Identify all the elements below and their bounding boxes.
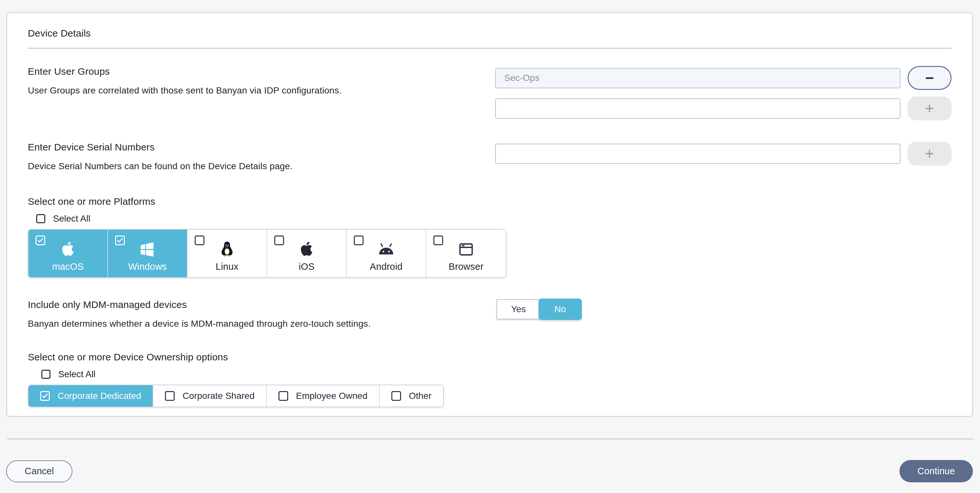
mdm-heading: Include only MDM-managed devices	[28, 299, 496, 310]
add-user-group-button[interactable]: +	[908, 96, 951, 120]
ownership-option-employee-owned[interactable]: Employee Owned	[267, 385, 380, 407]
serial-number-input[interactable]	[495, 144, 900, 164]
ownership-label: Corporate Dedicated	[57, 391, 141, 401]
user-groups-section: Enter User Groups User Groups are correl…	[28, 66, 951, 120]
user-group-row: +	[495, 96, 951, 120]
platform-label: macOS	[52, 261, 84, 272]
ownership-option-corporate-dedicated[interactable]: Corporate Dedicated	[29, 385, 153, 407]
serial-number-row: +	[495, 142, 951, 165]
browser-icon	[457, 239, 475, 258]
ownership-select-all-label: Select All	[58, 369, 95, 380]
mdm-toggle-no[interactable]: No	[539, 299, 582, 320]
mdm-description: Banyan determines whether a device is MD…	[28, 319, 496, 329]
platform-label: Windows	[128, 261, 167, 272]
platform-tile-group: macOS Windows	[28, 229, 506, 278]
platform-tile-windows[interactable]: Windows	[108, 230, 188, 277]
serial-numbers-description: Device Serial Numbers can be found on th…	[28, 161, 495, 172]
add-serial-number-button[interactable]: +	[908, 142, 951, 165]
ownership-checkbox[interactable]	[40, 391, 50, 401]
platform-tile-browser[interactable]: Browser	[426, 230, 506, 277]
platform-label: iOS	[299, 261, 315, 272]
platforms-section: Select one or more Platforms Select All …	[28, 196, 951, 278]
ownership-label: Employee Owned	[296, 391, 368, 401]
ownership-checkbox[interactable]	[391, 391, 401, 401]
platform-tile-linux[interactable]: Linux	[188, 230, 267, 277]
header-divider	[28, 48, 951, 49]
device-details-card: Device Details Enter User Groups User Gr…	[6, 12, 973, 417]
ownership-label: Other	[409, 391, 431, 401]
platforms-select-all-checkbox[interactable]	[36, 214, 45, 223]
user-groups-heading: Enter User Groups	[28, 66, 495, 77]
linux-icon	[218, 239, 236, 258]
cancel-button[interactable]: Cancel	[6, 460, 72, 482]
ownership-section: Select one or more Device Ownership opti…	[28, 351, 951, 407]
serial-numbers-section: Enter Device Serial Numbers Device Seria…	[28, 142, 951, 172]
apple-icon	[298, 239, 315, 258]
footer: Cancel Continue	[6, 460, 973, 482]
apple-icon	[59, 239, 76, 258]
platforms-heading: Select one or more Platforms	[28, 196, 951, 207]
user-groups-description: User Groups are correlated with those se…	[28, 86, 495, 96]
ownership-label: Corporate Shared	[182, 391, 255, 401]
serial-numbers-heading: Enter Device Serial Numbers	[28, 142, 495, 153]
platform-checkbox-windows[interactable]	[115, 235, 125, 245]
ownership-option-corporate-shared[interactable]: Corporate Shared	[153, 385, 267, 407]
platform-checkbox-android[interactable]	[354, 235, 364, 245]
mdm-section: Include only MDM-managed devices Banyan …	[28, 299, 951, 329]
android-icon	[376, 239, 396, 258]
mdm-toggle-yes[interactable]: Yes	[496, 299, 540, 319]
platform-label: Linux	[216, 261, 239, 272]
footer-divider	[7, 439, 973, 439]
user-group-input-1[interactable]	[495, 68, 900, 88]
platform-label: Android	[370, 261, 402, 272]
user-group-row: −	[495, 66, 951, 90]
windows-icon	[138, 239, 156, 258]
ownership-select-all[interactable]: Select All	[41, 369, 951, 380]
platform-tile-ios[interactable]: iOS	[267, 230, 347, 277]
platform-checkbox-ios[interactable]	[274, 235, 284, 245]
platform-tile-macos[interactable]: macOS	[29, 230, 108, 277]
platforms-select-all[interactable]: Select All	[36, 213, 951, 224]
ownership-checkbox[interactable]	[165, 391, 175, 401]
user-group-input-2[interactable]	[495, 99, 900, 119]
mdm-toggle: Yes No	[496, 299, 582, 319]
ownership-option-group: Corporate Dedicated Corporate Shared Emp…	[28, 385, 444, 407]
ownership-select-all-checkbox[interactable]	[41, 370, 51, 379]
platform-checkbox-browser[interactable]	[433, 235, 443, 245]
platform-checkbox-linux[interactable]	[195, 235, 204, 245]
platform-label: Browser	[449, 261, 484, 272]
platform-checkbox-macos[interactable]	[36, 235, 45, 245]
continue-button[interactable]: Continue	[899, 460, 973, 482]
remove-user-group-button[interactable]: −	[908, 66, 951, 90]
platforms-select-all-label: Select All	[53, 213, 90, 224]
ownership-checkbox[interactable]	[278, 391, 288, 401]
platform-tile-android[interactable]: Android	[347, 230, 426, 277]
ownership-heading: Select one or more Device Ownership opti…	[28, 351, 951, 363]
ownership-option-other[interactable]: Other	[380, 385, 443, 407]
page-title: Device Details	[28, 28, 951, 39]
